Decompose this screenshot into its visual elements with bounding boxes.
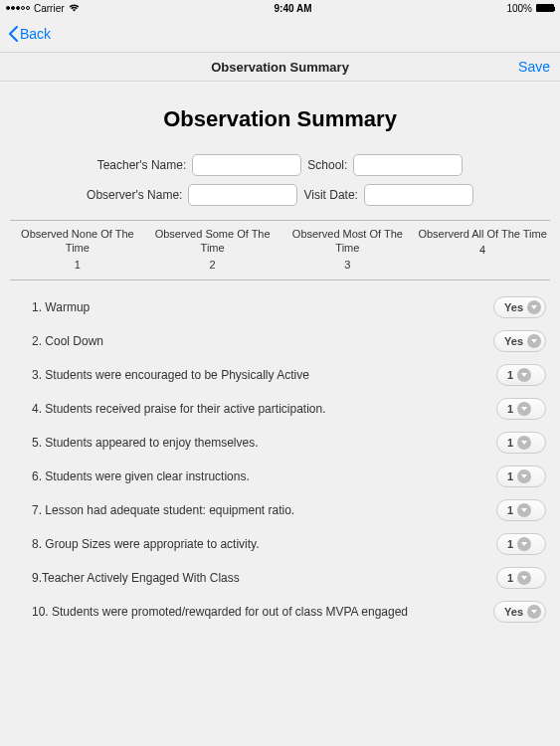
item-label: 5. Students appeared to enjoy themselves… [32,436,496,450]
status-bar: Carrier 9:40 AM 100% [0,0,560,16]
dropdown-value: 1 [507,572,513,584]
visit-date-input[interactable] [364,184,473,206]
chevron-down-icon [517,368,531,382]
visit-date-label: Visit Date: [303,188,357,202]
item-label: 2. Cool Down [32,334,493,348]
chevron-down-icon [517,436,531,450]
save-button[interactable]: Save [518,59,550,75]
item-label: 4. Students received praise for their ac… [32,402,496,416]
item-dropdown[interactable]: 1 [496,432,546,454]
chevron-down-icon [527,300,541,314]
item-label: 1. Warmup [32,300,493,314]
teacher-name-input[interactable] [192,154,301,176]
item-dropdown[interactable]: 1 [496,533,546,555]
wifi-icon [69,3,80,14]
status-time: 9:40 AM [275,3,312,14]
observer-name-input[interactable] [188,184,297,206]
scale-col-3: Observed Most Of The Time 3 [280,227,416,272]
item-dropdown[interactable]: 1 [496,499,546,521]
chevron-down-icon [517,571,531,585]
item-label: 8. Group Sizes were appropriate to activ… [32,537,496,551]
back-button[interactable]: Back [8,26,51,42]
list-item: 3. Students were encouraged to be Physic… [10,358,550,392]
list-item: 4. Students received praise for their ac… [10,392,550,426]
dropdown-value: Yes [504,335,523,347]
list-item: 7. Lesson had adequate student: equipmen… [10,493,550,527]
scale-col-4: Observerd All Of The Time 4 [415,227,550,272]
list-item: 9.Teacher Actively Engaged With Class1 [10,561,550,595]
list-item: 5. Students appeared to enjoy themselves… [10,426,550,460]
item-label: 9.Teacher Actively Engaged With Class [32,571,496,585]
list-item: 1. WarmupYes [10,290,550,324]
dropdown-value: 1 [507,504,513,516]
chevron-down-icon [517,469,531,483]
back-label: Back [20,26,51,42]
chevron-down-icon [517,503,531,517]
item-dropdown[interactable]: 1 [496,398,546,420]
back-chevron-icon [8,26,18,42]
scale-col-1: Observed None Of The Time 1 [10,227,145,272]
teacher-name-label: Teacher's Name: [97,158,187,172]
item-dropdown[interactable]: Yes [493,330,546,352]
item-label: 7. Lesson had adequate student: equipmen… [32,503,496,517]
dropdown-value: 1 [507,403,513,415]
signal-icon [6,6,30,10]
item-label: 3. Students were encouraged to be Physic… [32,368,496,382]
school-label: School: [307,158,347,172]
page-title: Observation Summary [10,106,550,132]
chevron-down-icon [517,402,531,416]
item-dropdown[interactable]: Yes [493,296,546,318]
chevron-down-icon [517,537,531,551]
item-dropdown[interactable]: 1 [496,466,546,487]
carrier-label: Carrier [34,3,65,14]
chevron-down-icon [527,605,541,619]
list-item: 2. Cool DownYes [10,324,550,358]
chevron-down-icon [527,334,541,348]
item-dropdown[interactable]: Yes [493,601,546,623]
dropdown-value: 1 [507,470,513,482]
dropdown-value: Yes [504,606,523,618]
list-item: 8. Group Sizes were appropriate to activ… [10,527,550,561]
battery-percent: 100% [506,3,532,14]
nav-bar: Back [0,16,560,52]
item-label: 6. Students were given clear instruction… [32,469,496,483]
item-label: 10. Students were promoted/rewqarded for… [32,605,493,619]
list-item: 6. Students were given clear instruction… [10,460,550,493]
title-bar: Observation Summary Save [0,52,560,82]
scale-header: Observed None Of The Time 1 Observed Som… [10,220,550,280]
observer-name-label: Observer's Name: [87,188,182,202]
dropdown-value: Yes [504,301,523,313]
item-dropdown[interactable]: 1 [496,364,546,386]
screen-title: Observation Summary [211,60,349,75]
battery-icon [536,4,554,12]
list-item: 10. Students were promoted/rewqarded for… [10,595,550,629]
dropdown-value: 1 [507,437,513,449]
school-input[interactable] [353,154,463,176]
dropdown-value: 1 [507,538,513,550]
dropdown-value: 1 [507,369,513,381]
scale-col-2: Observed Some Of The Time 2 [145,227,280,272]
item-dropdown[interactable]: 1 [496,567,546,589]
